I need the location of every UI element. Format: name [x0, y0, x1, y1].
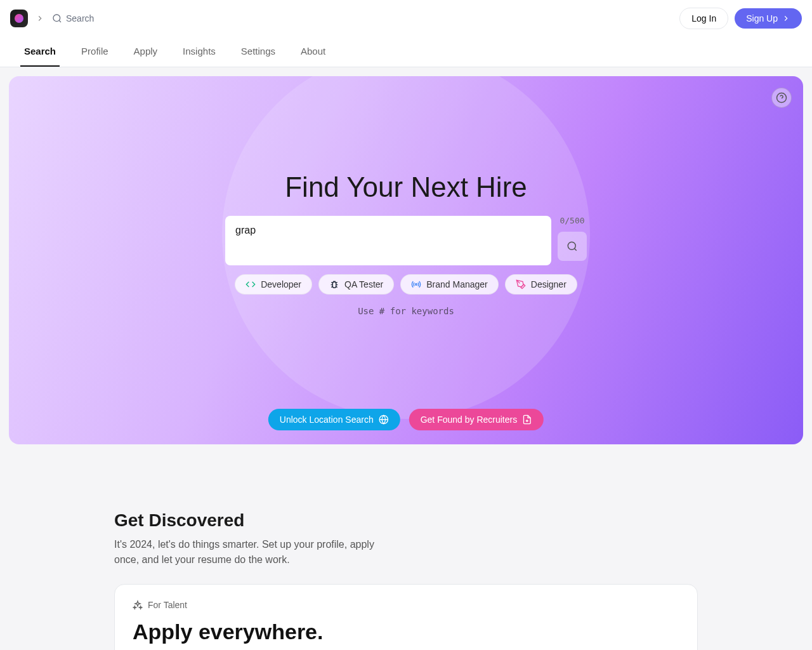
search-input[interactable]: grap: [225, 216, 551, 265]
help-icon: [776, 92, 787, 103]
unlock-location-button[interactable]: Unlock Location Search: [268, 409, 400, 430]
chip-brand-manager[interactable]: Brand Manager: [400, 274, 499, 295]
chip-label: QA Tester: [344, 279, 383, 289]
search-meta: 0/500: [558, 216, 587, 261]
suggestion-chips: Developer QA Tester Brand Manager Design…: [235, 274, 577, 295]
svg-line-5: [574, 248, 576, 250]
logo[interactable]: [10, 10, 28, 27]
chip-developer[interactable]: Developer: [235, 274, 312, 295]
nav-tabs: Search Profile Apply Insights Settings A…: [0, 37, 812, 67]
tab-about[interactable]: About: [297, 37, 329, 67]
tab-settings[interactable]: Settings: [237, 37, 279, 67]
hero-cta-row: Unlock Location Search Get Found by Recr…: [268, 409, 544, 430]
chip-label: Brand Manager: [426, 279, 488, 289]
login-button[interactable]: Log In: [679, 8, 728, 29]
svg-point-4: [568, 242, 575, 249]
pen-icon: [516, 279, 526, 289]
discover-section: Get Discovered It's 2024, let's do thing…: [0, 453, 812, 650]
chip-designer[interactable]: Designer: [505, 274, 577, 295]
help-button[interactable]: [771, 88, 792, 108]
svg-rect-6: [332, 282, 336, 288]
hero: Find Your Next Hire grap 0/500 Developer…: [9, 76, 803, 444]
search-icon: [52, 13, 62, 23]
hero-title: Find Your Next Hire: [285, 171, 527, 203]
char-count: 0/500: [560, 216, 584, 225]
cta-label: Unlock Location Search: [280, 415, 374, 425]
section-title: Get Discovered: [114, 510, 698, 531]
tab-profile[interactable]: Profile: [77, 37, 112, 67]
signup-label: Sign Up: [746, 13, 778, 23]
tab-insights[interactable]: Insights: [179, 37, 219, 67]
svg-line-1: [59, 20, 61, 22]
search-icon: [566, 241, 578, 252]
cta-label: Get Found by Recruiters: [421, 415, 518, 425]
signup-button[interactable]: Sign Up: [735, 8, 802, 29]
chip-qa-tester[interactable]: QA Tester: [318, 274, 394, 295]
top-search[interactable]: Search: [52, 13, 672, 23]
chevron-right-icon: [36, 14, 44, 23]
tab-apply[interactable]: Apply: [130, 37, 162, 67]
code-icon: [246, 279, 256, 289]
card-body: Apply everywhere. All at once.: [133, 619, 679, 650]
svg-point-7: [416, 284, 417, 286]
globe-icon: [379, 415, 389, 425]
chip-label: Designer: [531, 279, 566, 289]
broadcast-icon: [411, 279, 421, 289]
search-row: grap 0/500: [225, 216, 587, 265]
card-headline: Apply everywhere. All at once.: [133, 619, 323, 650]
hero-hint: Use # for keywords: [358, 306, 454, 316]
headline-line1: Apply everywhere.: [133, 619, 323, 645]
get-found-button[interactable]: Get Found by Recruiters: [409, 409, 544, 430]
chip-label: Developer: [261, 279, 301, 289]
talent-card: For Talent Apply everywhere. All at once…: [114, 584, 698, 650]
top-actions: Log In Sign Up: [679, 8, 802, 29]
tab-search[interactable]: Search: [20, 37, 60, 67]
top-search-label: Search: [66, 13, 94, 23]
sparkles-icon: [133, 600, 143, 610]
card-tag: For Talent: [133, 600, 679, 610]
section-subtitle: It's 2024, let's do things smarter. Set …: [114, 537, 393, 567]
file-plus-icon: [522, 415, 532, 425]
svg-point-0: [53, 15, 60, 22]
bug-icon: [329, 279, 339, 289]
chevron-right-icon: [782, 14, 790, 23]
headline-line2: All at once.: [133, 645, 323, 650]
top-bar: Search Log In Sign Up: [0, 0, 812, 37]
search-submit-button[interactable]: [558, 232, 587, 261]
card-tag-label: For Talent: [148, 600, 187, 610]
